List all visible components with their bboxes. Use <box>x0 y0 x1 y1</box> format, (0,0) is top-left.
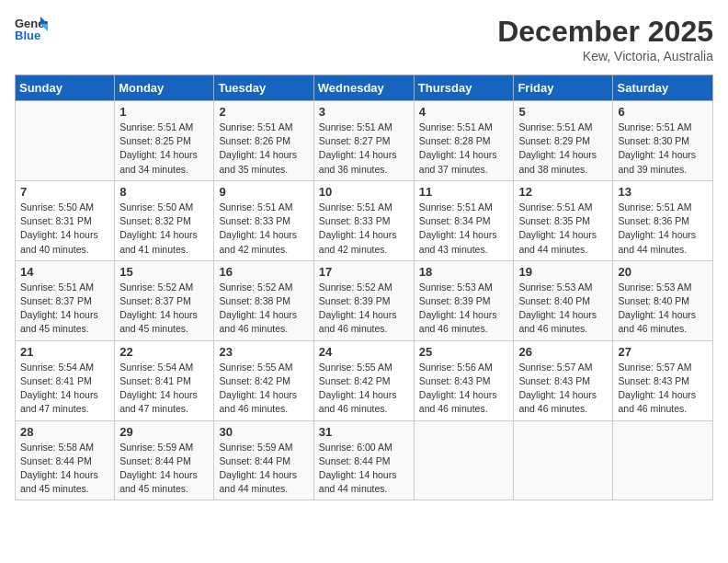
calendar-cell: 21Sunrise: 5:54 AM Sunset: 8:41 PM Dayli… <box>16 340 115 420</box>
weekday-header-friday: Friday <box>514 75 613 101</box>
calendar-cell: 16Sunrise: 5:52 AM Sunset: 8:38 PM Dayli… <box>214 260 313 340</box>
calendar-subtitle: Kew, Victoria, Australia <box>497 49 713 63</box>
day-number: 23 <box>219 345 308 359</box>
calendar-cell: 4Sunrise: 5:51 AM Sunset: 8:28 PM Daylig… <box>414 101 514 181</box>
calendar-cell <box>514 420 613 500</box>
calendar-cell: 30Sunrise: 5:59 AM Sunset: 8:44 PM Dayli… <box>214 420 313 500</box>
weekday-header-row: SundayMondayTuesdayWednesdayThursdayFrid… <box>16 75 713 101</box>
week-row-4: 21Sunrise: 5:54 AM Sunset: 8:41 PM Dayli… <box>16 340 713 420</box>
calendar-cell: 18Sunrise: 5:53 AM Sunset: 8:39 PM Dayli… <box>414 260 514 340</box>
day-info: Sunrise: 5:52 AM Sunset: 8:37 PM Dayligh… <box>119 281 209 337</box>
day-number: 31 <box>319 425 409 439</box>
calendar-cell: 28Sunrise: 5:58 AM Sunset: 8:44 PM Dayli… <box>16 420 115 500</box>
weekday-header-monday: Monday <box>115 75 214 101</box>
calendar-cell: 9Sunrise: 5:51 AM Sunset: 8:33 PM Daylig… <box>214 180 313 260</box>
day-info: Sunrise: 5:55 AM Sunset: 8:42 PM Dayligh… <box>219 361 308 417</box>
day-number: 11 <box>419 185 509 199</box>
day-info: Sunrise: 5:59 AM Sunset: 8:44 PM Dayligh… <box>119 441 209 497</box>
day-number: 20 <box>618 265 708 279</box>
day-info: Sunrise: 5:51 AM Sunset: 8:25 PM Dayligh… <box>119 121 209 177</box>
day-info: Sunrise: 5:50 AM Sunset: 8:32 PM Dayligh… <box>119 201 209 257</box>
day-number: 19 <box>518 265 608 279</box>
calendar-cell: 22Sunrise: 5:54 AM Sunset: 8:41 PM Dayli… <box>115 340 214 420</box>
day-number: 9 <box>219 185 308 199</box>
day-number: 27 <box>618 345 708 359</box>
calendar-cell <box>414 420 514 500</box>
calendar-cell: 3Sunrise: 5:51 AM Sunset: 8:27 PM Daylig… <box>313 101 414 181</box>
week-row-5: 28Sunrise: 5:58 AM Sunset: 8:44 PM Dayli… <box>16 420 713 500</box>
calendar-cell <box>613 420 713 500</box>
day-number: 8 <box>119 185 209 199</box>
calendar-cell: 27Sunrise: 5:57 AM Sunset: 8:43 PM Dayli… <box>613 340 713 420</box>
day-number: 24 <box>319 345 409 359</box>
weekday-header-saturday: Saturday <box>613 75 713 101</box>
calendar-cell <box>16 101 115 181</box>
day-number: 26 <box>518 345 608 359</box>
day-info: Sunrise: 5:57 AM Sunset: 8:43 PM Dayligh… <box>518 361 608 417</box>
day-info: Sunrise: 5:52 AM Sunset: 8:39 PM Dayligh… <box>319 281 409 337</box>
day-number: 2 <box>219 105 308 119</box>
day-info: Sunrise: 6:00 AM Sunset: 8:44 PM Dayligh… <box>319 441 409 497</box>
day-info: Sunrise: 5:51 AM Sunset: 8:29 PM Dayligh… <box>518 121 608 177</box>
day-info: Sunrise: 5:51 AM Sunset: 8:28 PM Dayligh… <box>419 121 509 177</box>
calendar-cell: 13Sunrise: 5:51 AM Sunset: 8:36 PM Dayli… <box>613 180 713 260</box>
calendar-cell: 12Sunrise: 5:51 AM Sunset: 8:35 PM Dayli… <box>514 180 613 260</box>
day-info: Sunrise: 5:51 AM Sunset: 8:33 PM Dayligh… <box>319 201 409 257</box>
calendar-cell: 15Sunrise: 5:52 AM Sunset: 8:37 PM Dayli… <box>115 260 214 340</box>
day-info: Sunrise: 5:53 AM Sunset: 8:40 PM Dayligh… <box>618 281 708 337</box>
day-number: 4 <box>419 105 509 119</box>
day-info: Sunrise: 5:57 AM Sunset: 8:43 PM Dayligh… <box>618 361 708 417</box>
calendar-cell: 7Sunrise: 5:50 AM Sunset: 8:31 PM Daylig… <box>16 180 115 260</box>
day-info: Sunrise: 5:51 AM Sunset: 8:26 PM Dayligh… <box>219 121 308 177</box>
week-row-3: 14Sunrise: 5:51 AM Sunset: 8:37 PM Dayli… <box>16 260 713 340</box>
day-info: Sunrise: 5:51 AM Sunset: 8:34 PM Dayligh… <box>419 201 509 257</box>
day-number: 3 <box>319 105 409 119</box>
day-info: Sunrise: 5:58 AM Sunset: 8:44 PM Dayligh… <box>20 441 109 497</box>
day-info: Sunrise: 5:52 AM Sunset: 8:38 PM Dayligh… <box>219 281 308 337</box>
day-info: Sunrise: 5:55 AM Sunset: 8:42 PM Dayligh… <box>319 361 409 417</box>
day-info: Sunrise: 5:53 AM Sunset: 8:39 PM Dayligh… <box>419 281 509 337</box>
page-header: General Blue December 2025 Kew, Victoria… <box>15 15 713 63</box>
day-number: 29 <box>119 425 209 439</box>
calendar-cell: 31Sunrise: 6:00 AM Sunset: 8:44 PM Dayli… <box>313 420 414 500</box>
weekday-header-tuesday: Tuesday <box>214 75 313 101</box>
day-number: 5 <box>518 105 608 119</box>
day-info: Sunrise: 5:51 AM Sunset: 8:35 PM Dayligh… <box>518 201 608 257</box>
day-number: 7 <box>20 185 109 199</box>
day-number: 6 <box>618 105 708 119</box>
calendar-cell: 5Sunrise: 5:51 AM Sunset: 8:29 PM Daylig… <box>514 101 613 181</box>
calendar-cell: 6Sunrise: 5:51 AM Sunset: 8:30 PM Daylig… <box>613 101 713 181</box>
svg-text:Blue: Blue <box>15 29 40 42</box>
day-info: Sunrise: 5:51 AM Sunset: 8:37 PM Dayligh… <box>20 281 109 337</box>
day-number: 15 <box>119 265 209 279</box>
weekday-header-thursday: Thursday <box>414 75 514 101</box>
weekday-header-sunday: Sunday <box>16 75 115 101</box>
day-info: Sunrise: 5:53 AM Sunset: 8:40 PM Dayligh… <box>518 281 608 337</box>
day-info: Sunrise: 5:54 AM Sunset: 8:41 PM Dayligh… <box>119 361 209 417</box>
day-number: 22 <box>119 345 209 359</box>
day-number: 25 <box>419 345 509 359</box>
calendar-table: SundayMondayTuesdayWednesdayThursdayFrid… <box>15 75 713 500</box>
calendar-cell: 26Sunrise: 5:57 AM Sunset: 8:43 PM Dayli… <box>514 340 613 420</box>
calendar-cell: 20Sunrise: 5:53 AM Sunset: 8:40 PM Dayli… <box>613 260 713 340</box>
day-number: 17 <box>319 265 409 279</box>
logo: General Blue <box>15 15 50 42</box>
day-number: 14 <box>20 265 109 279</box>
day-number: 10 <box>319 185 409 199</box>
calendar-cell: 29Sunrise: 5:59 AM Sunset: 8:44 PM Dayli… <box>115 420 214 500</box>
day-number: 30 <box>219 425 308 439</box>
calendar-cell: 11Sunrise: 5:51 AM Sunset: 8:34 PM Dayli… <box>414 180 514 260</box>
calendar-cell: 1Sunrise: 5:51 AM Sunset: 8:25 PM Daylig… <box>115 101 214 181</box>
weekday-header-wednesday: Wednesday <box>313 75 414 101</box>
calendar-cell: 8Sunrise: 5:50 AM Sunset: 8:32 PM Daylig… <box>115 180 214 260</box>
day-info: Sunrise: 5:51 AM Sunset: 8:36 PM Dayligh… <box>618 201 708 257</box>
week-row-1: 1Sunrise: 5:51 AM Sunset: 8:25 PM Daylig… <box>16 101 713 181</box>
day-info: Sunrise: 5:59 AM Sunset: 8:44 PM Dayligh… <box>219 441 308 497</box>
day-number: 16 <box>219 265 308 279</box>
day-info: Sunrise: 5:56 AM Sunset: 8:43 PM Dayligh… <box>419 361 509 417</box>
calendar-cell: 14Sunrise: 5:51 AM Sunset: 8:37 PM Dayli… <box>16 260 115 340</box>
day-info: Sunrise: 5:51 AM Sunset: 8:33 PM Dayligh… <box>219 201 308 257</box>
calendar-cell: 25Sunrise: 5:56 AM Sunset: 8:43 PM Dayli… <box>414 340 514 420</box>
day-info: Sunrise: 5:54 AM Sunset: 8:41 PM Dayligh… <box>20 361 109 417</box>
calendar-cell: 2Sunrise: 5:51 AM Sunset: 8:26 PM Daylig… <box>214 101 313 181</box>
